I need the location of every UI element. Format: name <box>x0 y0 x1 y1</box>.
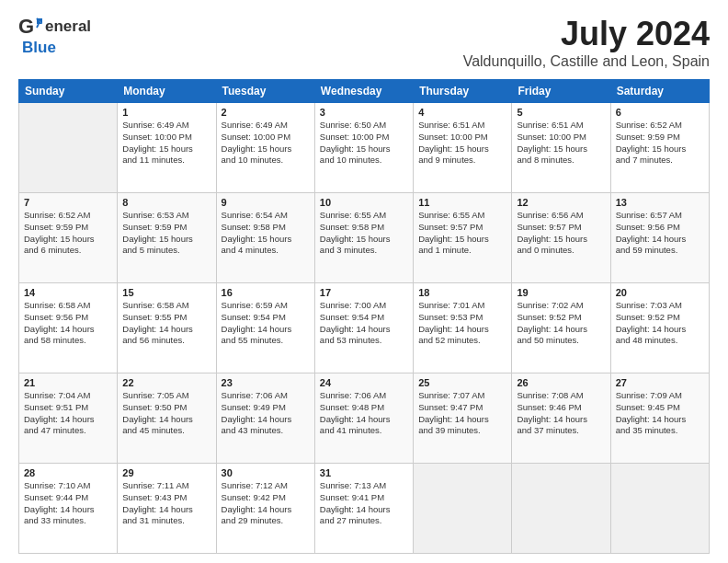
day-number: 31 <box>320 467 408 478</box>
calendar-cell: 31Sunrise: 7:13 AM Sunset: 9:41 PM Dayli… <box>314 464 413 554</box>
day-detail: Sunrise: 7:06 AM Sunset: 9:48 PM Dayligh… <box>320 390 408 437</box>
calendar-cell <box>19 103 118 193</box>
day-number: 10 <box>320 197 408 208</box>
logo-general-text: eneral <box>45 17 91 36</box>
logo-icon: G <box>18 15 42 39</box>
day-number: 13 <box>616 197 704 208</box>
day-number: 19 <box>517 287 605 298</box>
calendar-cell: 9Sunrise: 6:54 AM Sunset: 9:58 PM Daylig… <box>216 193 314 283</box>
day-detail: Sunrise: 7:06 AM Sunset: 9:49 PM Dayligh… <box>222 390 310 437</box>
day-detail: Sunrise: 6:56 AM Sunset: 9:57 PM Dayligh… <box>517 210 605 257</box>
day-detail: Sunrise: 7:04 AM Sunset: 9:51 PM Dayligh… <box>24 390 112 437</box>
calendar-cell: 19Sunrise: 7:02 AM Sunset: 9:52 PM Dayli… <box>512 283 610 373</box>
day-detail: Sunrise: 7:09 AM Sunset: 9:45 PM Dayligh… <box>616 390 704 437</box>
day-number: 28 <box>24 467 112 478</box>
calendar-cell: 8Sunrise: 6:53 AM Sunset: 9:59 PM Daylig… <box>118 193 216 283</box>
main-title: July 2024 <box>463 15 710 53</box>
day-number: 8 <box>122 197 210 208</box>
calendar-cell: 28Sunrise: 7:10 AM Sunset: 9:44 PM Dayli… <box>19 464 118 554</box>
calendar-cell: 7Sunrise: 6:52 AM Sunset: 9:59 PM Daylig… <box>19 193 118 283</box>
calendar-cell: 21Sunrise: 7:04 AM Sunset: 9:51 PM Dayli… <box>19 373 118 464</box>
day-detail: Sunrise: 6:57 AM Sunset: 9:56 PM Dayligh… <box>616 210 704 257</box>
subtitle: Valdunquillo, Castille and Leon, Spain <box>463 53 710 70</box>
day-number: 24 <box>320 377 408 388</box>
day-number: 29 <box>122 467 210 478</box>
calendar-week-row: 21Sunrise: 7:04 AM Sunset: 9:51 PM Dayli… <box>19 373 710 464</box>
calendar-day-header: Sunday <box>19 80 118 103</box>
calendar-cell: 10Sunrise: 6:55 AM Sunset: 9:58 PM Dayli… <box>314 193 413 283</box>
day-detail: Sunrise: 6:49 AM Sunset: 10:00 PM Daylig… <box>122 120 210 167</box>
day-detail: Sunrise: 6:51 AM Sunset: 10:00 PM Daylig… <box>418 120 506 167</box>
day-detail: Sunrise: 6:58 AM Sunset: 9:55 PM Dayligh… <box>122 300 210 347</box>
calendar-cell: 23Sunrise: 7:06 AM Sunset: 9:49 PM Dayli… <box>216 373 314 464</box>
calendar-day-header: Friday <box>512 80 610 103</box>
day-number: 26 <box>517 377 605 388</box>
calendar-cell <box>512 464 610 554</box>
day-number: 21 <box>24 377 112 388</box>
header: G eneral Blue July 2024 Valdunquillo, Ca… <box>18 15 710 70</box>
day-number: 4 <box>418 107 506 118</box>
day-number: 1 <box>122 107 210 118</box>
calendar-cell: 20Sunrise: 7:03 AM Sunset: 9:52 PM Dayli… <box>610 283 709 373</box>
day-detail: Sunrise: 7:12 AM Sunset: 9:42 PM Dayligh… <box>222 480 310 527</box>
calendar-cell: 4Sunrise: 6:51 AM Sunset: 10:00 PM Dayli… <box>414 103 512 193</box>
svg-text:G: G <box>18 15 34 38</box>
calendar-cell: 2Sunrise: 6:49 AM Sunset: 10:00 PM Dayli… <box>216 103 314 193</box>
day-number: 16 <box>222 287 310 298</box>
day-number: 18 <box>418 287 506 298</box>
calendar-cell: 15Sunrise: 6:58 AM Sunset: 9:55 PM Dayli… <box>118 283 216 373</box>
calendar-cell: 13Sunrise: 6:57 AM Sunset: 9:56 PM Dayli… <box>610 193 709 283</box>
logo-blue-text: Blue <box>22 39 56 57</box>
day-detail: Sunrise: 7:05 AM Sunset: 9:50 PM Dayligh… <box>122 390 210 437</box>
day-number: 14 <box>24 287 112 298</box>
day-number: 7 <box>24 197 112 208</box>
day-number: 5 <box>517 107 605 118</box>
calendar-cell: 24Sunrise: 7:06 AM Sunset: 9:48 PM Dayli… <box>314 373 413 464</box>
day-number: 6 <box>616 107 704 118</box>
day-detail: Sunrise: 6:53 AM Sunset: 9:59 PM Dayligh… <box>122 210 210 257</box>
day-number: 12 <box>517 197 605 208</box>
day-number: 15 <box>122 287 210 298</box>
calendar-week-row: 7Sunrise: 6:52 AM Sunset: 9:59 PM Daylig… <box>19 193 710 283</box>
calendar-day-header: Thursday <box>414 80 512 103</box>
day-detail: Sunrise: 6:49 AM Sunset: 10:00 PM Daylig… <box>222 120 310 167</box>
day-detail: Sunrise: 7:00 AM Sunset: 9:54 PM Dayligh… <box>320 300 408 347</box>
calendar-cell: 25Sunrise: 7:07 AM Sunset: 9:47 PM Dayli… <box>414 373 512 464</box>
day-detail: Sunrise: 7:01 AM Sunset: 9:53 PM Dayligh… <box>418 300 506 347</box>
day-detail: Sunrise: 6:58 AM Sunset: 9:56 PM Dayligh… <box>24 300 112 347</box>
day-detail: Sunrise: 7:07 AM Sunset: 9:47 PM Dayligh… <box>418 390 506 437</box>
calendar-cell <box>610 464 709 554</box>
day-number: 17 <box>320 287 408 298</box>
day-detail: Sunrise: 7:13 AM Sunset: 9:41 PM Dayligh… <box>320 480 408 527</box>
logo: G eneral Blue <box>18 15 91 57</box>
calendar-cell <box>414 464 512 554</box>
day-detail: Sunrise: 6:52 AM Sunset: 9:59 PM Dayligh… <box>616 120 704 167</box>
day-number: 2 <box>222 107 310 118</box>
calendar-cell: 5Sunrise: 6:51 AM Sunset: 10:00 PM Dayli… <box>512 103 610 193</box>
day-detail: Sunrise: 6:55 AM Sunset: 9:58 PM Dayligh… <box>320 210 408 257</box>
calendar-header-row: SundayMondayTuesdayWednesdayThursdayFrid… <box>19 80 710 103</box>
day-detail: Sunrise: 6:55 AM Sunset: 9:57 PM Dayligh… <box>418 210 506 257</box>
calendar-cell: 18Sunrise: 7:01 AM Sunset: 9:53 PM Dayli… <box>414 283 512 373</box>
day-detail: Sunrise: 6:59 AM Sunset: 9:54 PM Dayligh… <box>222 300 310 347</box>
day-detail: Sunrise: 7:08 AM Sunset: 9:46 PM Dayligh… <box>517 390 605 437</box>
calendar-week-row: 14Sunrise: 6:58 AM Sunset: 9:56 PM Dayli… <box>19 283 710 373</box>
calendar-cell: 16Sunrise: 6:59 AM Sunset: 9:54 PM Dayli… <box>216 283 314 373</box>
day-detail: Sunrise: 6:52 AM Sunset: 9:59 PM Dayligh… <box>24 210 112 257</box>
calendar-body: 1Sunrise: 6:49 AM Sunset: 10:00 PM Dayli… <box>19 103 710 554</box>
calendar-cell: 29Sunrise: 7:11 AM Sunset: 9:43 PM Dayli… <box>118 464 216 554</box>
calendar-cell: 17Sunrise: 7:00 AM Sunset: 9:54 PM Dayli… <box>314 283 413 373</box>
calendar-cell: 30Sunrise: 7:12 AM Sunset: 9:42 PM Dayli… <box>216 464 314 554</box>
day-number: 3 <box>320 107 408 118</box>
title-area: July 2024 Valdunquillo, Castille and Leo… <box>463 15 710 70</box>
calendar-week-row: 1Sunrise: 6:49 AM Sunset: 10:00 PM Dayli… <box>19 103 710 193</box>
day-number: 23 <box>222 377 310 388</box>
calendar-cell: 27Sunrise: 7:09 AM Sunset: 9:45 PM Dayli… <box>610 373 709 464</box>
day-detail: Sunrise: 6:51 AM Sunset: 10:00 PM Daylig… <box>517 120 605 167</box>
day-detail: Sunrise: 7:10 AM Sunset: 9:44 PM Dayligh… <box>24 480 112 527</box>
calendar-cell: 6Sunrise: 6:52 AM Sunset: 9:59 PM Daylig… <box>610 103 709 193</box>
calendar-cell: 12Sunrise: 6:56 AM Sunset: 9:57 PM Dayli… <box>512 193 610 283</box>
day-detail: Sunrise: 7:02 AM Sunset: 9:52 PM Dayligh… <box>517 300 605 347</box>
day-detail: Sunrise: 6:50 AM Sunset: 10:00 PM Daylig… <box>320 120 408 167</box>
calendar-cell: 1Sunrise: 6:49 AM Sunset: 10:00 PM Dayli… <box>118 103 216 193</box>
